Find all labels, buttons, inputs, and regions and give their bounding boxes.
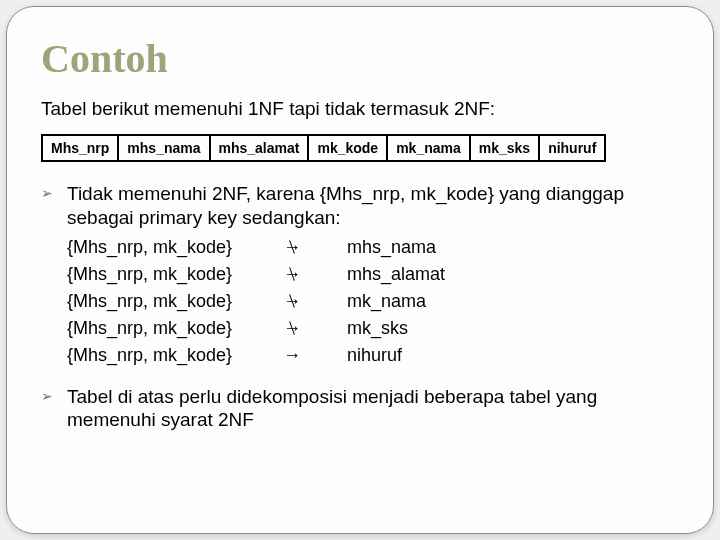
dep-lhs: {Mhs_nrp, mk_kode} xyxy=(67,342,267,369)
dependency-row: {Mhs_nrp, mk_kode} → mk_nama xyxy=(67,288,679,315)
bullet-text-2: Tabel di atas perlu didekomposisi menjad… xyxy=(67,385,679,433)
bullet-icon: ➢ xyxy=(41,385,67,404)
dependency-row: {Mhs_nrp, mk_kode} → mhs_alamat xyxy=(67,261,679,288)
slide-title: Contoh xyxy=(41,35,679,82)
dependency-list: {Mhs_nrp, mk_kode} → mhs_nama {Mhs_nrp, … xyxy=(67,234,679,369)
intro-text: Tabel berikut memenuhi 1NF tapi tidak te… xyxy=(41,98,679,120)
col-header: Mhs_nrp xyxy=(42,135,118,161)
dep-lhs: {Mhs_nrp, mk_kode} xyxy=(67,261,267,288)
table-header-row: Mhs_nrp mhs_nama mhs_alamat mk_kode mk_n… xyxy=(42,135,605,161)
bullet-item-1: ➢ Tidak memenuhi 2NF, karena {Mhs_nrp, m… xyxy=(41,182,679,230)
not-arrow-icon: → xyxy=(267,288,317,315)
dependency-row: {Mhs_nrp, mk_kode} → mhs_nama xyxy=(67,234,679,261)
col-header: mk_sks xyxy=(470,135,539,161)
slide: Contoh Tabel berikut memenuhi 1NF tapi t… xyxy=(6,6,714,534)
not-arrow-icon: → xyxy=(267,315,317,342)
not-arrow-icon: → xyxy=(267,234,317,261)
col-header: nihuruf xyxy=(539,135,605,161)
bullet-item-2: ➢ Tabel di atas perlu didekomposisi menj… xyxy=(41,385,679,433)
dep-rhs: nihuruf xyxy=(317,342,402,369)
col-header: mk_kode xyxy=(308,135,387,161)
schema-table: Mhs_nrp mhs_nama mhs_alamat mk_kode mk_n… xyxy=(41,134,606,162)
dep-lhs: {Mhs_nrp, mk_kode} xyxy=(67,234,267,261)
col-header: mk_nama xyxy=(387,135,470,161)
dep-lhs: {Mhs_nrp, mk_kode} xyxy=(67,288,267,315)
not-arrow-icon: → xyxy=(267,261,317,288)
dep-rhs: mhs_alamat xyxy=(317,261,445,288)
dependency-row: {Mhs_nrp, mk_kode} → nihuruf xyxy=(67,342,679,369)
col-header: mhs_alamat xyxy=(210,135,309,161)
col-header: mhs_nama xyxy=(118,135,209,161)
dep-rhs: mk_sks xyxy=(317,315,408,342)
dep-lhs: {Mhs_nrp, mk_kode} xyxy=(67,315,267,342)
bullet-icon: ➢ xyxy=(41,182,67,201)
arrow-icon: → xyxy=(267,342,317,369)
dependency-row: {Mhs_nrp, mk_kode} → mk_sks xyxy=(67,315,679,342)
dep-rhs: mhs_nama xyxy=(317,234,436,261)
dep-rhs: mk_nama xyxy=(317,288,426,315)
bullet-text-1: Tidak memenuhi 2NF, karena {Mhs_nrp, mk_… xyxy=(67,182,679,230)
